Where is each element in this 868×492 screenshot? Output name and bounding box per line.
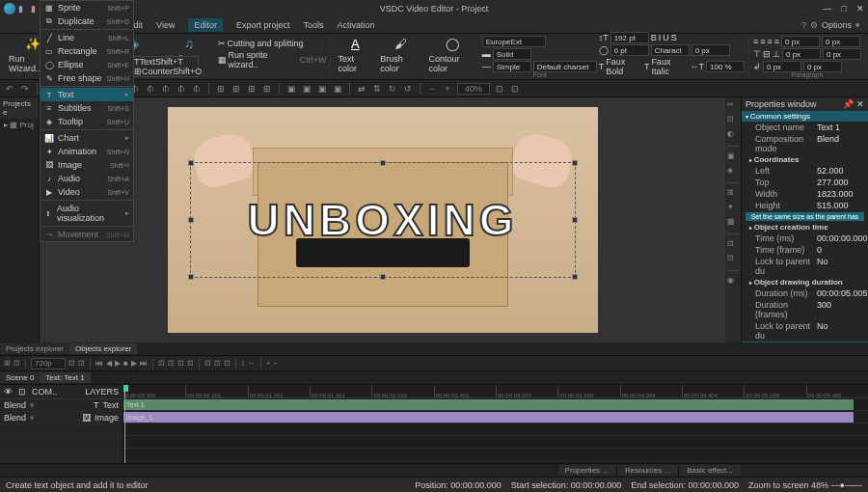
- indent2-input[interactable]: 0 px: [822, 36, 860, 47]
- tab-basic-effects[interactable]: Basic effect...: [678, 465, 741, 476]
- tool-icon[interactable]: ⊡: [68, 359, 75, 368]
- clip-text[interactable]: Text 1: [123, 399, 854, 410]
- tool-icon[interactable]: ⊞: [727, 188, 739, 200]
- canvas[interactable]: UNBOXING: [40, 97, 725, 342]
- prop-value[interactable]: No: [817, 257, 864, 276]
- submenu-counter[interactable]: ⊞CounterShift+O: [134, 67, 198, 76]
- font-size-input[interactable]: 192 pt: [610, 32, 649, 43]
- zoom-in-icon[interactable]: +: [442, 83, 453, 95]
- tree-project[interactable]: ▸ ▦ Proj: [0, 119, 39, 131]
- prop-value[interactable]: 00:00:00.000: [817, 233, 868, 243]
- align-right-icon[interactable]: ≡: [768, 37, 773, 46]
- redo-icon[interactable]: ↷: [19, 83, 31, 95]
- menu-chart[interactable]: 📊Chart▸: [41, 131, 133, 145]
- resize-handle[interactable]: [188, 217, 194, 223]
- maximize-icon[interactable]: □: [842, 4, 847, 14]
- tool-icon[interactable]: ▦: [727, 217, 739, 229]
- distribute-icon[interactable]: ⊞: [261, 83, 273, 95]
- qa-icon[interactable]: ▮: [18, 4, 28, 14]
- prop-value[interactable]: 515.000: [817, 201, 864, 210]
- subsection-creation[interactable]: Object creation time: [742, 222, 868, 232]
- resize-handle[interactable]: [572, 217, 578, 223]
- subsection-drawdur[interactable]: Object drawing duration: [742, 277, 868, 287]
- tab-projects-explorer[interactable]: Projects explorer: [0, 343, 69, 354]
- distribute-icon[interactable]: ⊞: [231, 83, 242, 95]
- rotate-icon[interactable]: ↻: [387, 83, 398, 95]
- align-left-icon[interactable]: ≡: [753, 37, 758, 46]
- resize-handle[interactable]: [380, 274, 386, 280]
- resize-handle[interactable]: [188, 160, 194, 166]
- align-icon[interactable]: ⫛: [191, 83, 203, 95]
- menu-text[interactable]: TText▸: [41, 88, 133, 101]
- zoom-select[interactable]: 40%: [457, 83, 490, 95]
- resize-handle[interactable]: [188, 274, 194, 280]
- tool-icon[interactable]: ✦: [727, 203, 739, 214]
- menu-subtitles[interactable]: ≡SubtitlesShift+S: [41, 101, 133, 115]
- dropdown-icon[interactable]: ▾: [855, 20, 860, 30]
- menu-freeshape[interactable]: ✎Free shapeShift+H: [41, 71, 133, 85]
- zoom-out-icon[interactable]: −: [426, 83, 438, 95]
- align-icon[interactable]: ⫛: [176, 83, 187, 95]
- snap-icon[interactable]: ⊞: [4, 359, 11, 368]
- minimize-icon[interactable]: —: [824, 4, 832, 14]
- run-sprite-wizard-button[interactable]: ▦Run sprite wizard..Ctrl+W: [218, 50, 327, 69]
- tool-icon[interactable]: ⊡: [204, 359, 211, 368]
- flip-icon[interactable]: ⇄: [356, 83, 367, 95]
- spacing2-input[interactable]: 0 px: [823, 48, 861, 60]
- projects-explorer-tab[interactable]: Projects e: [0, 97, 39, 119]
- valign-mid-icon[interactable]: ⊟: [763, 49, 771, 59]
- prop-value[interactable]: 0: [817, 245, 864, 255]
- same-size-button[interactable]: Set the same size as the parent has: [746, 212, 864, 221]
- visibility-icon[interactable]: 👁: [4, 387, 13, 396]
- playhead[interactable]: [124, 385, 125, 463]
- tool-icon[interactable]: ⊡: [177, 359, 184, 368]
- tab-objects-explorer[interactable]: Objects explorer: [69, 343, 137, 354]
- arrange-icon[interactable]: ▣: [332, 83, 343, 95]
- section-textobj[interactable]: Text object settings: [742, 342, 868, 342]
- close-icon[interactable]: ✕: [856, 4, 864, 14]
- text-color-button[interactable]: AText color: [335, 35, 375, 74]
- justify-icon[interactable]: ≡: [774, 37, 779, 46]
- menu-sprite[interactable]: ▦SpriteShift+P: [41, 1, 133, 14]
- arrange-icon[interactable]: ▣: [316, 83, 328, 95]
- bold-icon[interactable]: B: [651, 33, 657, 42]
- underline-icon[interactable]: U: [663, 33, 669, 42]
- zoom-slider[interactable]: —●——: [831, 480, 862, 490]
- menu-tools[interactable]: Tools: [303, 20, 323, 30]
- submenu-text[interactable]: TTextShift+T: [134, 57, 198, 67]
- menu-video[interactable]: ▶VideoShift+V: [41, 185, 133, 199]
- tool-icon[interactable]: ⊡: [494, 83, 505, 95]
- tab-properties[interactable]: Properties ...: [556, 465, 616, 476]
- prop-value[interactable]: No: [817, 321, 864, 341]
- close-icon[interactable]: ✕: [856, 99, 864, 109]
- timeline-ruler[interactable]: 0:00:00.00000:00:00.30100:00:01.00100:00…: [123, 385, 868, 398]
- tool-icon[interactable]: ✂: [727, 100, 739, 112]
- cutting-splitting-button[interactable]: ✂Cutting and splitting: [218, 39, 327, 48]
- goto-start-icon[interactable]: ⏮: [95, 359, 103, 368]
- tool-icon[interactable]: ◐: [727, 129, 739, 141]
- tab-resources[interactable]: Resources ...: [616, 465, 678, 476]
- subsection-coords[interactable]: Coordinates: [742, 154, 868, 165]
- align-icon[interactable]: ⫛: [160, 83, 172, 95]
- tool-icon[interactable]: ↕: [241, 359, 245, 368]
- tool-icon[interactable]: ◉: [727, 276, 739, 287]
- line-style-select[interactable]: Simple: [493, 61, 531, 72]
- zoom-in-icon[interactable]: +: [266, 359, 271, 368]
- distribute-icon[interactable]: ⊞: [246, 83, 258, 95]
- track-header-image[interactable]: Blend▾ 🖼 Image: [0, 412, 122, 424]
- arrange-icon[interactable]: ▣: [301, 83, 312, 95]
- prop-value[interactable]: Text 1: [817, 123, 864, 132]
- menu-rectangle[interactable]: ▭RectangleShift+R: [41, 44, 133, 58]
- arrange-icon[interactable]: ▣: [285, 83, 297, 95]
- spacing-pct-input[interactable]: 100 %: [706, 61, 745, 72]
- tab-scene[interactable]: Scene 0: [0, 372, 40, 383]
- blend-select[interactable]: Blend: [4, 413, 26, 423]
- menu-activation[interactable]: Activation: [337, 20, 374, 30]
- tool-icon[interactable]: ⊡: [168, 359, 175, 368]
- menu-duplicate[interactable]: ⧉DuplicateShift+D: [41, 14, 133, 28]
- strike-icon[interactable]: S: [671, 33, 677, 42]
- resize-handle[interactable]: [572, 274, 578, 280]
- prop-value[interactable]: 277.000: [817, 178, 864, 187]
- valign-top-icon[interactable]: ⊤: [753, 49, 761, 59]
- brush-color-button[interactable]: 🖌Brush color: [377, 35, 423, 74]
